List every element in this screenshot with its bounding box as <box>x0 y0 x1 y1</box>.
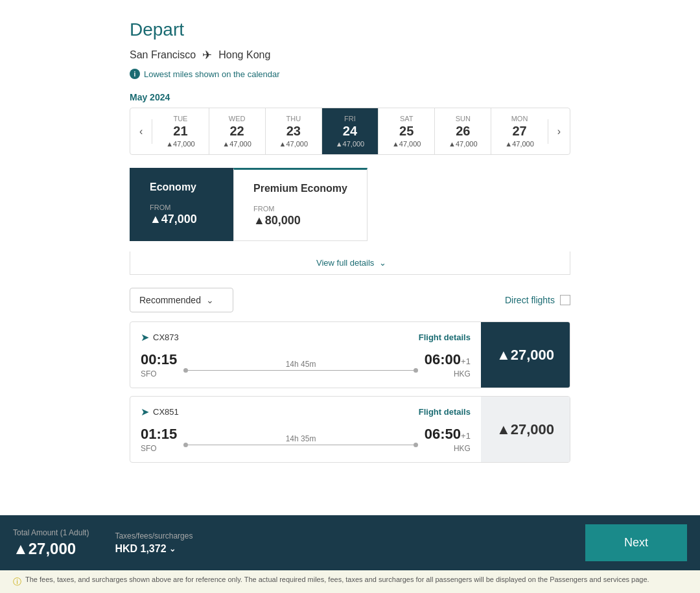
taxes-section: Taxes/fees/surcharges HKD 1,372 ⌄ <box>115 531 192 549</box>
filter-row: Recommended ⌄ Direct flights <box>130 288 570 312</box>
depart-airport: SFO <box>141 444 177 453</box>
duration-text: 14h 45m <box>286 360 316 369</box>
cal-day-miles: ▲47,000 <box>495 140 543 148</box>
cal-day-name: SAT <box>382 115 430 122</box>
fare-tabs: Economy FROM ▲47,000 Premium Economy FRO… <box>130 168 570 241</box>
info-bar: i Lowest miles shown on the calendar <box>130 69 570 79</box>
flight-times: 01:15 SFO 14h 35m 06:50+1 HKG <box>141 426 471 453</box>
taxes-chevron-icon: ⌄ <box>169 544 176 549</box>
depart-time: 00:15 <box>141 351 177 368</box>
sort-label: Recommended <box>139 295 201 305</box>
sort-dropdown[interactable]: Recommended ⌄ <box>130 288 233 312</box>
route-arrow-icon: ✈ <box>202 48 212 62</box>
cal-day-miles: ▲47,000 <box>326 140 374 148</box>
cal-day-mon[interactable]: MON 27 ▲47,000 <box>491 108 547 154</box>
cal-day-num: 26 <box>439 124 487 139</box>
tab-premium-from-label: FROM <box>253 205 347 213</box>
flight-number: ➤ CX873 <box>141 331 179 343</box>
cal-day-name: FRI <box>326 115 374 122</box>
depart-block: 00:15 SFO <box>141 351 177 378</box>
taxes-amount-value: HKD 1,372 <box>115 543 166 549</box>
flight-num-text: CX851 <box>153 407 179 417</box>
cal-day-tue[interactable]: TUE 21 ▲47,000 <box>152 108 209 154</box>
cal-day-num: 27 <box>495 124 543 139</box>
flight-card-left: ➤ CX873 Flight details 00:15 SFO 14h 45m… <box>130 322 481 388</box>
flight-price-block: ▲27,000 <box>481 322 570 388</box>
flight-details-link[interactable]: Flight details <box>419 407 471 417</box>
depart-airport: SFO <box>141 369 177 378</box>
tab-premium-label: Premium Economy <box>253 183 347 194</box>
arrive-block: 06:50+1 HKG <box>425 426 471 453</box>
taxes-amount[interactable]: HKD 1,372 ⌄ <box>115 543 192 549</box>
route-row: San Francisco ✈ Hong Kong <box>130 48 570 62</box>
cal-day-name: SUN <box>439 115 487 122</box>
cal-day-num: 22 <box>213 124 261 139</box>
tab-economy-amount: ▲47,000 <box>150 213 213 226</box>
flight-duration: 14h 35m <box>183 434 418 445</box>
arrive-airport: HKG <box>425 444 471 453</box>
cal-day-miles: ▲47,000 <box>439 140 487 148</box>
cal-day-num: 24 <box>326 124 374 139</box>
calendar-next-button[interactable]: › <box>548 119 570 144</box>
duration-text: 14h 35m <box>286 434 316 443</box>
info-text: Lowest miles shown on the calendar <box>144 69 280 79</box>
cal-day-num: 21 <box>156 124 204 139</box>
calendar-prev-button[interactable]: ‹ <box>130 119 152 144</box>
depart-time: 01:15 <box>141 426 177 443</box>
cal-day-miles: ▲47,000 <box>156 140 204 148</box>
direct-flights-filter[interactable]: Direct flights <box>505 295 570 305</box>
duration-bar <box>183 445 418 445</box>
month-label: May 2024 <box>130 92 570 102</box>
arrive-time-row: 06:50+1 <box>425 426 471 443</box>
cal-day-num: 23 <box>270 124 318 139</box>
flight-times: 00:15 SFO 14h 45m 06:00+1 HKG <box>141 351 471 378</box>
direct-flights-checkbox[interactable] <box>560 295 570 305</box>
flight-miles: ▲27,000 <box>496 347 554 364</box>
page-title: Depart <box>130 19 570 40</box>
tab-economy-from-label: FROM <box>150 203 213 211</box>
flight-duration: 14h 45m <box>183 360 418 371</box>
view-full-details-label: View full details <box>316 258 374 268</box>
total-section: Total Amount (1 Adult) ▲27,000 <box>13 528 89 549</box>
bottom-main: Total Amount (1 Adult) ▲27,000 Taxes/fee… <box>0 515 700 548</box>
tab-premium-amount: ▲80,000 <box>253 214 347 227</box>
cal-day-num: 25 <box>382 124 430 139</box>
flight-top-row: ➤ CX873 Flight details <box>141 331 471 343</box>
flight-details-link[interactable]: Flight details <box>419 332 471 342</box>
cal-day-wed[interactable]: WED 22 ▲47,000 <box>209 108 266 154</box>
cal-day-miles: ▲47,000 <box>270 140 318 148</box>
flight-card-left: ➤ CX851 Flight details 01:15 SFO 14h 35m… <box>130 397 481 462</box>
taxes-label: Taxes/fees/surcharges <box>115 531 192 541</box>
cal-day-thu[interactable]: THU 23 ▲47,000 <box>266 108 322 154</box>
arrive-airport: HKG <box>425 369 471 378</box>
total-amount: ▲27,000 <box>13 540 89 549</box>
next-button[interactable]: Next <box>585 524 687 548</box>
cal-day-name: THU <box>270 115 318 122</box>
flight-top-row: ➤ CX851 Flight details <box>141 406 471 418</box>
chevron-down-icon: ⌄ <box>206 295 214 305</box>
cal-day-miles: ▲47,000 <box>382 140 430 148</box>
cal-day-sun[interactable]: SUN 26 ▲47,000 <box>435 108 491 154</box>
route-from: San Francisco <box>130 49 196 61</box>
flight-card-cx873[interactable]: ➤ CX873 Flight details 00:15 SFO 14h 45m… <box>130 321 570 388</box>
view-full-details-button[interactable]: View full details ⌄ <box>130 251 570 275</box>
plus-day: +1 <box>461 431 471 441</box>
cal-day-sat[interactable]: SAT 25 ▲47,000 <box>379 108 435 154</box>
cal-day-name: TUE <box>156 115 204 122</box>
arrive-time: 06:00 <box>425 351 461 367</box>
cathay-logo-icon: ➤ <box>141 331 149 343</box>
flight-card-cx851[interactable]: ➤ CX851 Flight details 01:15 SFO 14h 35m… <box>130 396 570 463</box>
arrive-block: 06:00+1 HKG <box>425 351 471 378</box>
cathay-logo-icon: ➤ <box>141 406 149 418</box>
route-to: Hong Kong <box>218 49 270 61</box>
cal-day-name: MON <box>495 115 543 122</box>
flight-number: ➤ CX851 <box>141 406 179 418</box>
arrive-time-row: 06:00+1 <box>425 351 471 368</box>
direct-flights-label: Direct flights <box>505 295 555 305</box>
cal-day-fri[interactable]: FRI 24 ▲47,000 <box>322 108 379 154</box>
tab-economy[interactable]: Economy FROM ▲47,000 <box>130 168 233 241</box>
duration-bar <box>183 370 418 371</box>
tab-premium-economy[interactable]: Premium Economy FROM ▲80,000 <box>233 168 368 241</box>
info-icon: i <box>130 69 140 79</box>
flight-price-block: ▲27,000 <box>481 397 570 462</box>
